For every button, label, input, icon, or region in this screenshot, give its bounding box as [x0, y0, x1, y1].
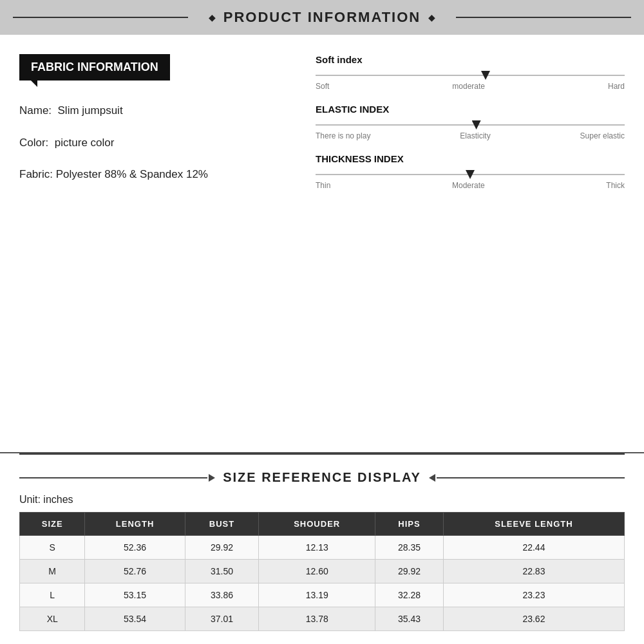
cell-3-3: 13.78 [259, 607, 375, 631]
soft-index-title: Soft index [316, 54, 625, 65]
cell-2-0: L [20, 583, 85, 607]
name-value: Slim jumpsuit [58, 104, 123, 117]
cell-1-4: 29.92 [375, 560, 444, 583]
soft-index-title-text: Soft index [316, 54, 363, 65]
cell-0-5: 22.44 [443, 536, 624, 560]
elastic-index-labels: There is no play Elasticity Super elasti… [316, 131, 625, 140]
cell-1-2: 31.50 [185, 560, 259, 583]
elastic-index-track [316, 124, 625, 126]
name-label: Name: [19, 104, 52, 117]
thickness-index-slider [316, 172, 625, 177]
table-row: M52.7631.5012.6029.9222.83 [20, 560, 625, 583]
col-size: SIZE [20, 513, 85, 536]
cell-2-3: 13.19 [259, 583, 375, 607]
soft-label-right: Hard [608, 82, 625, 91]
thickness-label-mid: Moderate [452, 181, 485, 190]
cell-3-2: 37.01 [185, 607, 259, 631]
soft-index-track [316, 75, 625, 76]
col-hips: HIPS [375, 513, 444, 536]
cell-2-5: 23.23 [443, 583, 624, 607]
diamond-left: ◆ [209, 12, 216, 23]
cell-3-4: 35.43 [375, 607, 444, 631]
color-label: Color: [19, 137, 48, 149]
cell-0-1: 52.36 [85, 536, 185, 560]
product-header-title: PRODUCT INFORMATION [223, 9, 421, 26]
size-arrow-right [429, 474, 435, 482]
cell-0-0: S [20, 536, 85, 560]
thickness-index-block: THICKNESS INDEX Thin Moderate Thick [316, 153, 625, 190]
unit-label: Unit: inches [19, 494, 625, 506]
header-line-right [456, 17, 631, 18]
cell-2-4: 32.28 [375, 583, 444, 607]
soft-index-block: Soft index Soft moderate Hard [316, 54, 625, 91]
header-line-left [13, 17, 188, 18]
cell-0-3: 12.13 [259, 536, 375, 560]
size-section: SIZE REFERENCE DISPLAY Unit: inches SIZE… [0, 452, 644, 644]
fabric-label: Fabric: [19, 168, 53, 180]
cell-2-2: 33.86 [185, 583, 259, 607]
right-panel: Soft index Soft moderate Hard ELASTIC IN… [316, 54, 625, 439]
color-value: picture color [55, 137, 115, 149]
elastic-label-mid: Elasticity [460, 131, 490, 140]
cell-3-1: 53.54 [85, 607, 185, 631]
size-header-right-container [429, 474, 625, 482]
thickness-label-left: Thin [316, 181, 330, 190]
cell-1-0: M [20, 560, 85, 583]
size-header-title: SIZE REFERENCE DISPLAY [223, 470, 421, 485]
size-line-left [19, 477, 207, 478]
soft-index-slider [316, 73, 625, 78]
cell-1-5: 22.83 [443, 560, 624, 583]
soft-index-labels: Soft moderate Hard [316, 82, 625, 91]
cell-3-0: XL [20, 607, 85, 631]
col-shouder: SHOUDER [259, 513, 375, 536]
thickness-index-labels: Thin Moderate Thick [316, 181, 625, 190]
elastic-index-block: ELASTIC INDEX There is no play Elasticit… [316, 104, 625, 140]
soft-label-mid: moderate [452, 82, 485, 91]
cell-1-3: 12.60 [259, 560, 375, 583]
cell-3-5: 23.62 [443, 607, 624, 631]
cell-0-2: 29.92 [185, 536, 259, 560]
col-length: LENGTH [85, 513, 185, 536]
cell-0-4: 28.35 [375, 536, 444, 560]
page: ◆ PRODUCT INFORMATION ◆ FABRIC INFORMATI… [0, 0, 644, 644]
fabric-value: Polyester 88% & Spandex 12% [56, 168, 208, 180]
fabric-badge: FABRIC INFORMATION [19, 54, 170, 80]
table-row: S52.3629.9212.1328.3522.44 [20, 536, 625, 560]
product-header: ◆ PRODUCT INFORMATION ◆ [0, 0, 644, 35]
size-header: SIZE REFERENCE DISPLAY [19, 461, 625, 494]
table-header-row: SIZE LENGTH BUST SHOUDER HIPS SLEEVE LEN… [20, 513, 625, 536]
diamond-right: ◆ [428, 12, 435, 23]
color-field: Color: picture color [19, 135, 290, 151]
thickness-label-right: Thick [606, 181, 625, 190]
table-row: L53.1533.8613.1932.2823.23 [20, 583, 625, 607]
size-line-right [437, 477, 625, 478]
size-table: SIZE LENGTH BUST SHOUDER HIPS SLEEVE LEN… [19, 512, 625, 631]
cell-2-1: 53.15 [85, 583, 185, 607]
elastic-index-slider [316, 122, 625, 128]
elastic-label-right: Super elastic [580, 131, 625, 140]
cell-1-1: 52.76 [85, 560, 185, 583]
left-panel: FABRIC INFORMATION Name: Slim jumpsuit C… [19, 54, 290, 439]
thickness-index-title: THICKNESS INDEX [316, 153, 625, 164]
col-sleeve: SLEEVE LENGTH [443, 513, 624, 536]
elastic-label-left: There is no play [316, 131, 370, 140]
size-arrow-left [209, 474, 215, 482]
col-bust: BUST [185, 513, 259, 536]
elastic-index-title: ELASTIC INDEX [316, 104, 625, 115]
name-field: Name: Slim jumpsuit [19, 102, 290, 119]
size-header-left-container [19, 474, 215, 482]
table-row: XL53.5437.0113.7835.4323.62 [20, 607, 625, 631]
size-divider [19, 453, 625, 455]
soft-label-left: Soft [316, 82, 329, 91]
fabric-field: Fabric: Polyester 88% & Spandex 12% [19, 166, 290, 183]
main-content: FABRIC INFORMATION Name: Slim jumpsuit C… [0, 35, 644, 452]
